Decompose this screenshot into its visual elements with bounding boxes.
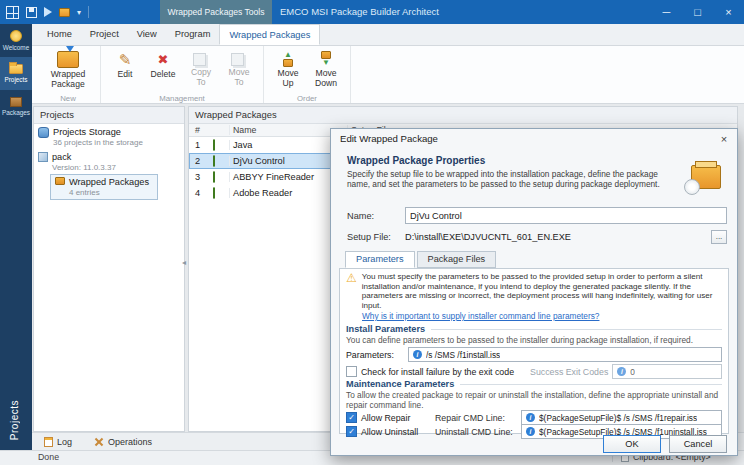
toolbar-dropdown-icon[interactable]: ▾ [77,8,81,17]
name-input[interactable] [405,207,727,224]
browse-button[interactable]: ... [711,230,727,244]
install-parameters-section: Install Parameters [346,324,722,334]
save-icon[interactable] [26,7,37,18]
success-exit-codes-label: Success Exit Codes [530,367,608,377]
delete-icon: ✖ [158,51,169,68]
dialog-package-icon [691,165,721,189]
status-text: Done [38,452,59,462]
move-down-icon: ▼ [321,51,331,67]
projects-panel: Projects Projects Storage 36 projects in… [33,106,185,432]
tab-wrapped-packages[interactable]: Wrapped Packages [219,24,320,45]
maximize-button[interactable]: □ [682,0,713,24]
tab-operations[interactable]: Operations [86,436,160,448]
wrapped-packages-panel-title: Wrapped Packages [189,107,737,124]
info-icon: i [526,413,535,422]
exit-code-checkbox[interactable] [346,366,357,377]
allow-uninstall-checkbox[interactable]: ✓ [346,426,357,437]
allow-repair-checkbox[interactable]: ✓ [346,412,357,423]
move-to-icon [231,53,244,66]
setup-file-label: Setup File: [347,232,405,242]
uninstall-cmd-label: Uninstall CMD Line: [435,427,517,437]
tab-parameters[interactable]: Parameters [345,251,415,268]
ribbon-group-new: Wrapped Package New [36,46,101,103]
move-down-button[interactable]: ▼ Move Down [308,49,344,90]
info-icon: i [617,367,626,376]
parameters-row: Parameters: i /s /SMS /f1install.iss [346,347,722,362]
wrapped-package-icon [57,51,79,68]
log-icon [44,437,53,447]
tree-item-projects-storage[interactable]: Projects Storage 36 projects in the stor… [34,124,184,149]
tree-item-wrapped-packages[interactable]: Wrapped Packages 4 entries [50,174,158,200]
column-num[interactable]: # [189,125,213,135]
tab-project[interactable]: Project [81,24,128,45]
warning-block: ⚠ You must specify the parameters to be … [346,272,722,310]
success-exit-codes-input: i 0 [612,364,722,379]
maintenance-parameters-section: Maintenance Parameters [346,379,722,389]
wrapped-package-button[interactable]: Wrapped Package [42,49,94,91]
app-sidebar: Welcome Projects Packages Projects [0,24,32,450]
package-row-icon [213,187,215,199]
info-icon: i [526,427,535,436]
projects-panel-title: Projects [34,107,184,124]
dialog-header: Wrapped Package Properties [347,155,485,166]
move-to-button: Move To [221,49,257,89]
repair-cmd-input[interactable]: i $(PackageSetupFile)$ /s /SMS /f1repair… [521,410,722,425]
tab-package-files[interactable]: Package Files [417,251,497,268]
package-row-icon [213,155,215,167]
edit-wrapped-package-dialog: Edit Wrapped Package × Wrapped Package P… [330,128,738,456]
quick-access-toolbar: ▾ [6,0,89,24]
ribbon-tab-row: Home Project View Program Wrapped Packag… [32,24,744,46]
tree-item-pack[interactable]: pack Version: 11.0.3.37 [34,149,184,174]
minimize-button[interactable]: ─ [651,0,682,24]
ribbon: Wrapped Package New ✎ Edit ✖ Delete Copy… [32,46,744,104]
name-label: Name: [347,211,405,221]
tab-program[interactable]: Program [166,24,220,45]
window-title: EMCO MSI Package Builder Architect [280,0,439,24]
package-row-icon [213,139,215,151]
parameters-help-link[interactable]: Why is it important to supply installer … [362,311,722,321]
dialog-tabs: Parameters Package Files [345,251,498,268]
warning-icon: ⚠ [346,272,357,310]
wrapped-packages-node-icon [55,177,65,185]
exit-code-label: Check for install failure by the exit co… [361,367,514,377]
ribbon-group-management: ✎ Edit ✖ Delete Copy To Move To Manageme… [101,46,264,103]
install-parameters-description: You can define parameters to be passed t… [346,336,722,346]
exit-code-row: Check for install failure by the exit co… [346,364,722,379]
parameters-label: Parameters: [346,350,404,360]
sidebar-item-welcome[interactable]: Welcome [0,24,32,57]
welcome-icon [10,30,22,42]
title-bar: ▾ Wrapped Packages Tools EMCO MSI Packag… [0,0,744,24]
ok-button[interactable]: OK [603,435,661,453]
run-icon[interactable] [44,7,52,17]
close-button[interactable]: × [713,0,744,24]
move-up-button[interactable]: ▲ Move Up [270,49,306,90]
edit-icon: ✎ [119,51,132,68]
splitter-collapse-icon[interactable]: ◂ [182,258,186,267]
project-icon [38,152,48,162]
tab-home[interactable]: Home [38,24,81,45]
allow-uninstall-label: Allow Uninstall [361,427,431,437]
delete-button[interactable]: ✖ Delete [145,49,181,82]
package-icon[interactable] [59,8,70,17]
edit-button[interactable]: ✎ Edit [107,49,143,82]
dialog-title: Edit Wrapped Package [331,129,737,149]
sidebar-item-packages[interactable]: Packages [0,90,32,123]
projects-icon [9,64,23,74]
packages-icon [10,97,22,107]
allow-repair-label: Allow Repair [361,413,431,423]
cancel-button[interactable]: Cancel [669,435,727,453]
name-row: Name: [347,207,727,224]
copy-to-button: Copy To [183,49,219,89]
tab-view[interactable]: View [128,24,166,45]
setup-file-row: Setup File: D:\install\EXE\DJVUCNTL_601_… [347,230,727,244]
dialog-close-icon[interactable]: × [715,131,733,147]
package-row-icon [213,171,215,183]
tab-log[interactable]: Log [36,436,80,448]
parameters-input[interactable]: i /s /SMS /f1install.iss [408,347,722,362]
maintenance-parameters-description: To allow the created package to repair o… [346,391,722,410]
app-menu-icon[interactable] [6,6,19,19]
sidebar-item-projects[interactable]: Projects [0,57,32,90]
allow-uninstall-row: ✓ Allow Uninstall Uninstall CMD Line: i … [346,424,722,439]
ribbon-group-order: ▲ Move Up ▼ Move Down Order [264,46,351,103]
sidebar-vertical-label: Projects [9,400,20,440]
